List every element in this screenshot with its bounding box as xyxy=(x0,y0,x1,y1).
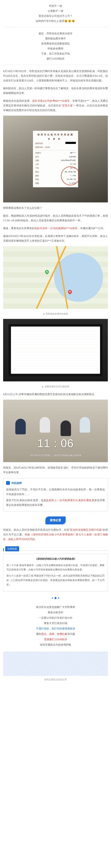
complaint-l3: 发现乘坐的信息数据混乱 xyxy=(3,41,108,46)
complaint-l1: 最近，市民包先生乘坐出租车 xyxy=(3,31,108,36)
intro-l4: 这样的打车行程让人迷惑 xyxy=(36,20,64,22)
diamond-icon xyxy=(54,597,57,599)
receipt-on-lbl: 上车 xyxy=(35,163,39,166)
para-3-highlight: 该车为某A公司的粤BD***出租车 xyxy=(32,99,70,102)
callout-p2: 甚至于打出来的出租车发票，也是提前到上一位司机乘客打出来的车费发票来误导乘客以此… xyxy=(6,498,105,507)
taxi-receipt: 深圳市出租汽车专用发票 发票联 发票代码 发票号码：12328 车牌号DB***… xyxy=(33,131,78,187)
outro-l6b: 违法、违规、收费乱象 xyxy=(41,632,67,636)
complaint-l6: 拨打12328投诉 xyxy=(3,56,108,61)
para-9a: 经核实，执法人员对涉驾驶员开具违法行为通知书，对其 xyxy=(3,528,69,531)
law-link-tag: 法律链接 xyxy=(3,546,108,551)
receipt-plate: DB*** xyxy=(70,151,76,155)
footer-caption: 深圳交通执法原创文章 xyxy=(3,678,108,682)
person-silhouette xyxy=(80,417,90,433)
laptop-caption: ▲ 涉事出租车当天行驶记录 xyxy=(3,384,108,389)
map-pin-end: 终 xyxy=(67,289,73,294)
receipt-cert: 136389 xyxy=(69,155,76,159)
outro-l7: 直接拨打12328投诉 xyxy=(3,637,108,642)
complaint-l5: 于是，包工作组拿起手机 xyxy=(3,51,108,56)
divider xyxy=(3,65,108,65)
person-silhouette xyxy=(15,419,26,434)
map-caption: ▲ 市民包先生乘坐出租车 xyxy=(3,312,108,316)
intro-l1: 时间不一致 xyxy=(3,3,108,8)
outro-l2: 乘坐出租车时 xyxy=(3,610,108,615)
meeting-photo: 11 : 06 2022年6月21日星期二 | 深圳宝安前海合储运停车场 xyxy=(3,400,108,462)
complaint-l4: 怀疑多收费用 xyxy=(3,46,108,51)
law-bar-icon xyxy=(3,548,4,551)
outro-block: 执法官在这里也提醒广大市民乘客 乘坐出租车时 一定要让司机行车前打表计价 乘客大… xyxy=(3,604,108,647)
receipt-wait-lbl: 等候 xyxy=(35,178,39,181)
receipt-price-lbl: 单价 xyxy=(35,170,39,174)
para-9: 经核实，执法人员对涉驾驶员开具违法行为通知书，对其"营运时未按规定启用计价器"的… xyxy=(3,527,108,541)
clock-overlay: 11 : 06 xyxy=(37,433,74,454)
para-8: 经核实，涉6月18日17时至18时区间，该驾驶员前车顶灯、空车灯开始的的情况下通… xyxy=(3,465,108,475)
outro-l6: 遇到 xyxy=(36,632,41,636)
laptop-photo xyxy=(3,319,108,381)
receipt-num-lbl: 发票号码：12328 xyxy=(35,146,50,149)
clock-date: 2022年6月21日星期二 | 深圳宝安前海合储运停车场 xyxy=(30,454,81,458)
dizzy-emoji: 😵😵😵 xyxy=(64,20,75,22)
para-5b: 难道，乘客包先生所乘坐的 xyxy=(3,227,34,230)
para-2: 接到投诉后，执法人员第一时间拨打乘客包先生了解情况，包先生将当时的乘车情况和车费… xyxy=(3,86,108,95)
law-tag-text: 法律链接 xyxy=(5,546,19,551)
section-pill-text: 案情处置 xyxy=(46,517,65,524)
complaint-block: 最近，市民包先生乘坐出租车 遇到疑似黑车事件 发现乘坐的信息数据混乱 怀疑多收费… xyxy=(3,31,108,61)
outro-l6c: 等问题 xyxy=(67,632,75,636)
diamond-icon xyxy=(51,597,53,599)
diamond-divider xyxy=(3,597,108,599)
footer-banner-image xyxy=(3,652,108,676)
para-7: 6月21日上午,涉事车辆由所属的熊姐负责开至南头队执法基地配合执法调查取证。 xyxy=(3,392,108,397)
outro-l3: 一定要让司机行车前打表计价 xyxy=(3,615,108,620)
driver-excuse-callout: 👤 司机狡辩 该驾驶员为了罚款，不亮灯不打表，让滴滴网约车作为自动派单到开，第一… xyxy=(3,478,108,511)
diamond-icon xyxy=(58,597,59,599)
receipt-km-lbl: 里程 xyxy=(35,174,39,178)
outro-l1: 执法官在这里也提醒广大市民乘客 xyxy=(3,604,108,609)
divider xyxy=(3,27,108,27)
para-3-highlight2: 宝安大道 xyxy=(62,104,73,107)
receipt-plate-lbl: 车牌号 xyxy=(35,151,41,155)
redaction xyxy=(65,142,76,144)
para-4: 明明乘客说乘此车了怎么定位呢？ xyxy=(3,206,108,210)
receipt-sub: 发票联 xyxy=(35,137,76,141)
callout-label-text: 司机狡辩 xyxy=(11,481,22,485)
law-title: 《深圳经济特区出租小汽车管理条例》 xyxy=(6,557,105,561)
para-6-early: 难道6月20日17时40分在宝安机场，从滴滴订单查询了这辆出租车，果然不出所料，… xyxy=(3,234,108,243)
outro-l8: 深圳交通执法为您保驾护航 xyxy=(3,642,108,647)
receipt-amt-lbl: 金额 xyxy=(35,182,39,185)
para-3: 根据包先生提供的发票，该车为某A公司的粤BD***出租车。车牌号是D2***，执… xyxy=(3,98,108,113)
para-5a: 随后，熊姐继续深入对该的情况进行核对，执法人员和熊姐反馈当天下午的滴滴订单，发现… xyxy=(3,214,108,222)
receipt-photo: 深圳市出租汽车专用发票 发票联 发票代码 发票号码：12328 车牌号DB***… xyxy=(3,116,108,203)
outro-l5b: 拒打车的请直接投诉 xyxy=(52,627,75,630)
map-pin-start: 起 xyxy=(44,269,50,275)
para-5d: 车辆归属为B***公司。 xyxy=(80,227,106,230)
law-p1: 第二十六条 除包车服务外，出租小汽车运费的收取应当使用计价器，不使用计价器的，乘… xyxy=(6,563,105,572)
section-pill: 案情处置 xyxy=(3,517,108,524)
outro-l5a: 不愿打表的， xyxy=(36,627,52,630)
receipt-title: 深圳市出租汽车专用发票 xyxy=(35,133,76,136)
receipt-cert-lbl: 证号 xyxy=(35,155,39,159)
map-image: 起 终 xyxy=(3,246,108,309)
outro-l4: 乘客大哥打表后付钱 xyxy=(3,621,108,625)
law-excerpt-box: 《深圳经济特区出租小汽车管理条例》 第二十六条 除包车服务外，出租小汽车运费的收… xyxy=(3,554,108,591)
para-9-highlight: "营运时未按规定启用计价器" xyxy=(69,528,103,531)
receipt-date: 2022年06月18日 xyxy=(61,159,76,162)
para-3a: 根据包先生提供的发票， xyxy=(3,99,32,102)
intro-l3: 甚至出租车公司也对不上号？ xyxy=(3,13,108,18)
para-5-highlight: 实际为另外一公司的真牌BD***出租车， xyxy=(34,227,80,230)
callout-p1: 该驾驶员为了罚款，不亮灯不打表，让滴滴网约车作为自动派单到开，第一次乘客也不知道… xyxy=(6,487,105,496)
laptop-screen xyxy=(8,324,103,376)
law-p2: 第七十八条第一款第三项 驾驶员有下列行为之一的，由市运政管理机关按照以下规定处以… xyxy=(6,574,105,587)
para-1: 6月18日17时25分许，市民包先生打网约车准备从龙岗区某公寓至宝安国际机场，司… xyxy=(3,69,108,83)
para-5: 随后，熊姐继续深入对该的情况进行核对，执法人员和熊姐反馈当天下午的滴滴订单，发现… xyxy=(3,213,108,223)
intro-l2: 公里数不一致 xyxy=(3,8,108,13)
para-5b-wrap: 难道，乘客包先生所乘坐的实际为另外一公司的真牌BD***出租车，车辆归属为B**… xyxy=(3,226,108,230)
receipt-code-lbl: 发票代码 xyxy=(35,142,43,145)
person-silhouette xyxy=(40,417,50,433)
intro-lines: 时间不一致 公里数不一致 甚至出租车公司也对不上号？ 这样的打车行程让人迷惑😵😵… xyxy=(3,3,108,23)
receipt-date-lbl: 日期 xyxy=(35,159,39,162)
callout-p2a: 甚至于打出来的出租车发票，也是 xyxy=(6,499,46,502)
person-icon: 👤 xyxy=(6,481,10,485)
receipt-off-lbl: 下车 xyxy=(35,166,39,170)
callout-p2-highlight: 提前到上一位司机乘客打出来的车费发票 xyxy=(46,499,94,502)
callout-label: 👤 司机狡辩 xyxy=(6,481,105,485)
